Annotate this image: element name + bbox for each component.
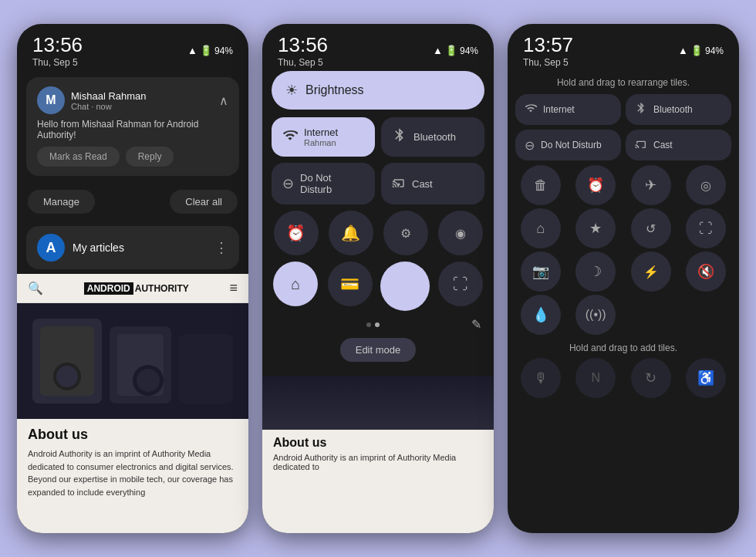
qs-bell-tile[interactable]: 🔔 [329, 211, 373, 255]
edit-alarm-tile[interactable]: ⏰ [575, 165, 616, 205]
qs-alarm-tile[interactable]: ⏰ [274, 211, 319, 255]
battery-icon-3: 🔋 [690, 45, 703, 56]
notif-actions: Mark as Read Reply [37, 147, 228, 167]
hotspot-icon: ((•)) [586, 308, 606, 322]
qs-second-tiles: ⊖ Do Not Disturb Cast [272, 163, 484, 204]
brightness-tile[interactable]: ☀ Brightness [272, 71, 484, 110]
status-icons-2: ▲ 🔋 94% [433, 45, 478, 56]
accessibility-icon: ♿ [697, 370, 714, 387]
dot-2 [375, 322, 380, 327]
edit-drop-tile[interactable]: 💧 [521, 295, 561, 335]
edit-bluetooth-tile[interactable]: Bluetooth [626, 94, 731, 125]
about-section: About us Android Authority is an imprint… [17, 419, 248, 506]
extra2-icon: ◉ [455, 226, 466, 241]
notif-header: M Mishaal Rahman Chat · now ∧ [37, 86, 228, 114]
edit-star-tile[interactable]: ★ [575, 208, 616, 248]
add-sync-tile[interactable]: ↻ [631, 358, 671, 398]
notif-app-row: M Mishaal Rahman Chat · now [37, 86, 147, 114]
edit-dnd-label: Do Not Disturb [541, 140, 602, 150]
battery-pct-1: 94% [214, 46, 233, 56]
edit-trash-tile[interactable]: 🗑 [521, 165, 561, 205]
article-image [17, 303, 248, 419]
add-nfc-tile[interactable]: N [575, 358, 616, 398]
clear-all-button[interactable]: Clear all [170, 190, 238, 214]
edit-mute-tile[interactable]: 🔇 [686, 251, 726, 292]
qs-small-tiles: ⏰ 🔔 ⚙ ◉ [272, 211, 484, 255]
date-2: Thu, Sep 5 [278, 57, 328, 68]
extra1-icon: ⚙ [400, 226, 411, 241]
menu-icon[interactable]: ≡ [229, 280, 238, 296]
sync-icon: ↻ [645, 370, 656, 387]
qs-extra2-tile[interactable]: ◉ [438, 211, 483, 255]
qs-home-tile[interactable]: ⌂ [273, 262, 318, 306]
edit-extra-tile[interactable]: ◎ [686, 165, 726, 205]
edit-home-tile[interactable]: ⌂ [521, 208, 561, 248]
add-accessibility-tile[interactable]: ♿ [686, 358, 726, 398]
svg-point-4 [56, 366, 78, 387]
articles-row[interactable]: A My articles ⋮ [26, 226, 239, 269]
battery-saver-icon: ⚡ [643, 265, 659, 279]
search-icon[interactable]: 🔍 [28, 281, 43, 295]
qs-internet-tile[interactable]: Internet Rahman [272, 117, 375, 157]
edit-mode-button[interactable]: Edit mode [340, 338, 417, 362]
articles-label: My articles [73, 241, 207, 254]
star-icon: ★ [589, 220, 602, 237]
qs-dots [275, 322, 471, 327]
edit-wifi2-tile[interactable]: ((•)) [575, 295, 616, 335]
edit-battery-tile[interactable]: ⚡ [631, 251, 671, 292]
battery-icon-1: 🔋 [200, 45, 212, 56]
qs-wallet-tile[interactable]: 💳 [328, 262, 373, 306]
mark-read-button[interactable]: Mark as Read [37, 147, 120, 167]
wifi-qs-icon [282, 127, 298, 147]
edit-cast-tile[interactable]: Cast [626, 130, 731, 160]
time-3: 13:57 [523, 33, 573, 57]
alarm-edit-icon: ⏰ [587, 177, 604, 194]
browser-section-2: About us Android Authority is an imprint… [262, 376, 494, 533]
manage-button[interactable]: Manage [28, 190, 95, 214]
qs-extra1-tile[interactable]: ⚙ [383, 211, 428, 255]
alarm-icon: ⏰ [286, 224, 305, 242]
qs-bluetooth-tile[interactable]: Bluetooth [381, 117, 484, 157]
qs-cast-tile[interactable]: Cast [381, 163, 484, 204]
edit-airplane-tile[interactable]: ✈ [631, 165, 671, 205]
article-image-2 [262, 376, 494, 430]
edit-rotate-tile[interactable]: ↺ [631, 208, 671, 248]
chevron-up-icon[interactable]: ∧ [219, 93, 228, 108]
about-title: About us [28, 427, 238, 443]
edit-dnd-tile[interactable]: ⊖ Do Not Disturb [515, 130, 621, 160]
edit-wifi-icon [525, 102, 537, 117]
rearrange-hint: Hold and drag to rearrange tiles. [515, 71, 731, 94]
edit-dnd-icon: ⊖ [525, 138, 535, 153]
reply-button[interactable]: Reply [126, 147, 174, 167]
status-bar-3: 13:57 Thu, Sep 5 ▲ 🔋 94% [508, 24, 739, 71]
date-1: Thu, Sep 5 [32, 57, 83, 68]
browser-section: 🔍 ANDROID AUTHORITY ≡ [17, 274, 248, 533]
battery-icon-2: 🔋 [445, 45, 457, 56]
edit-fullscreen-tile[interactable]: ⛶ [686, 208, 726, 248]
qs-internet-label: Internet [304, 127, 338, 138]
articles-menu-icon[interactable]: ⋮ [214, 239, 228, 256]
trash-icon: 🗑 [534, 177, 548, 194]
browser-toolbar: 🔍 ANDROID AUTHORITY ≡ [17, 274, 248, 303]
edit-panel: Hold and drag to rearrange tiles. Intern… [508, 71, 739, 533]
fullscreen-qs-icon: ⛶ [453, 275, 468, 293]
wallet-qs-icon: 💳 [340, 275, 359, 293]
qs-fullscreen-tile[interactable]: ⛶ [438, 262, 483, 306]
add-mic-tile[interactable]: 🎙 [521, 358, 561, 398]
wifi-icon-1: ▲ [187, 45, 197, 56]
article-image-svg [17, 303, 248, 419]
svg-point-8 [137, 369, 160, 392]
mute-icon: 🔇 [697, 263, 714, 280]
edit-main-tiles: Internet Bluetooth ⊖ Do Not Disturb [515, 94, 731, 160]
edit-camera-tile[interactable]: 📷 [521, 251, 561, 292]
edit-moon-tile[interactable]: ☽ [575, 251, 616, 292]
pencil-icon[interactable]: ✎ [471, 317, 481, 332]
qs-dnd-tile[interactable]: ⊖ Do Not Disturb [272, 163, 375, 204]
qs-big-circle-tile[interactable] [380, 262, 430, 311]
wifi-icon-2: ▲ [433, 45, 443, 56]
mic-off-icon: 🎙 [534, 370, 548, 387]
edit-internet-tile[interactable]: Internet [515, 94, 621, 125]
notif-app: Chat · now [71, 102, 147, 111]
phone-3: 13:57 Thu, Sep 5 ▲ 🔋 94% Hold and drag t… [508, 24, 739, 533]
qs-panel: ☀ Brightness Internet Rahman [262, 71, 494, 376]
